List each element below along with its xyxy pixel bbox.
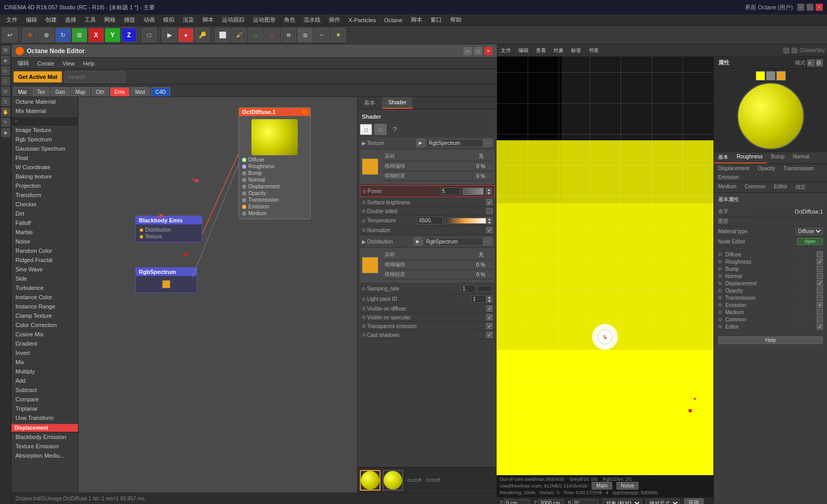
noise-btn[interactable]: Noise — [616, 482, 639, 490]
menu-script2[interactable]: 脚本 — [407, 15, 426, 25]
temperature-input[interactable] — [417, 217, 443, 224]
search-input[interactable] — [64, 71, 126, 83]
power-input[interactable] — [440, 187, 460, 195]
node-item-float[interactable]: Float — [11, 153, 78, 162]
ne-minimize-btn[interactable]: ─ — [464, 47, 472, 55]
lp-spin-down[interactable]: ▼ — [486, 299, 492, 303]
deform-btn[interactable]: ≋ — [281, 28, 296, 42]
node-item-add[interactable]: Add — [11, 376, 78, 385]
tab-oth[interactable]: Oth — [91, 87, 109, 96]
sidebar-icon-5[interactable]: ◎ — [1, 87, 10, 96]
shader-white-icon[interactable]: □ — [360, 124, 372, 135]
z-input[interactable] — [504, 499, 530, 505]
lp-spin-up[interactable]: ▲ — [486, 296, 492, 299]
apply-btn[interactable]: 应用 — [684, 498, 704, 504]
rp-mode-btn-1[interactable]: ≡ — [807, 59, 815, 67]
transparent-emission-checkbox[interactable]: ✓ — [486, 323, 492, 329]
temperature-slider[interactable] — [445, 218, 486, 224]
tab-med[interactable]: Med — [131, 87, 150, 96]
node-item-baking-texture[interactable]: Baking texture — [11, 172, 78, 181]
sidebar-icon-1[interactable]: ⊞ — [1, 45, 10, 55]
node-item-turbulence[interactable]: Turbulence — [11, 283, 78, 292]
nurbs-btn[interactable]: ◇ — [264, 28, 280, 42]
check-diffuse-box[interactable] — [817, 251, 823, 257]
menu-character[interactable]: 角色 — [280, 15, 299, 25]
texture-more-btn[interactable]: ··· — [483, 139, 492, 147]
mini-thumb-2[interactable] — [383, 470, 403, 491]
check-medium-box[interactable] — [817, 309, 823, 315]
node-item-subtract[interactable]: Subtract — [11, 385, 78, 395]
shader-tab-shader[interactable]: Shader — [382, 97, 413, 109]
sidebar-icon-9[interactable]: ◆ — [1, 128, 10, 137]
menu-xparticles[interactable]: X-Particles — [344, 16, 380, 24]
normalize-checkbox[interactable]: ✓ — [486, 227, 492, 233]
check-common-box[interactable] — [817, 316, 823, 322]
help-btn[interactable]: Help — [718, 336, 823, 344]
node-blackbody[interactable]: Blackbody Emis Distribution Texture — [135, 216, 202, 242]
swatch-yellow[interactable] — [756, 71, 765, 80]
shader-question-icon[interactable]: ? — [389, 124, 401, 135]
vp-menu-bookmarks[interactable]: 书签 — [586, 46, 601, 55]
temp-spin-down[interactable]: ▼ — [486, 221, 492, 224]
check-normal-box[interactable] — [817, 273, 823, 279]
sidebar-icon-7[interactable]: 🖐 — [1, 107, 10, 117]
b-input[interactable] — [572, 499, 598, 505]
rp-tab-basic[interactable]: 基本 — [714, 152, 733, 164]
menu-file[interactable]: 文件 — [2, 15, 22, 25]
move-btn[interactable]: ✛ — [22, 28, 38, 42]
menu-create[interactable]: 创建 — [41, 15, 61, 25]
curve-btn[interactable]: ~ — [314, 28, 329, 42]
select-btn[interactable]: ⊕ — [39, 28, 54, 42]
node-editor-btn[interactable]: Open — [797, 238, 823, 245]
check-roughness-box[interactable]: ✓ — [817, 258, 823, 265]
menu-capture[interactable]: 捕捉 — [120, 15, 139, 25]
menu-help[interactable]: 帮助 — [446, 15, 466, 25]
node-item-absorption-medium[interactable]: Absorption Mediu... — [11, 451, 78, 460]
key-btn[interactable]: 🔑 — [195, 28, 210, 42]
node-oct-diffuse[interactable]: OctDiffuse.1 Diffuse Roughness Bump Norm… — [238, 107, 311, 219]
maximize-btn[interactable]: □ — [806, 4, 814, 11]
node-item-color-correction[interactable]: Color Correction — [11, 320, 78, 330]
rp-tab-normal[interactable]: Normal — [789, 152, 814, 164]
node-item-gradient[interactable]: Gradient — [11, 339, 78, 348]
sidebar-icon-2[interactable]: ◈ — [1, 56, 10, 65]
power-spin-up[interactable]: ▲ — [486, 188, 492, 191]
menu-octane[interactable]: Octane — [380, 16, 406, 24]
menu-script[interactable]: 脚本 — [198, 15, 218, 25]
node-item-random-color[interactable]: Random Color — [11, 246, 78, 255]
vp-btn-1[interactable] — [783, 47, 789, 54]
rp-mode-btn-2[interactable]: ⚙ — [816, 59, 823, 67]
tab-tex[interactable]: Tex — [33, 87, 50, 96]
rotate-btn[interactable]: ↻ — [55, 28, 71, 42]
distribution-connect-btn[interactable]: ▶ — [414, 237, 423, 246]
node-item-triplanar[interactable]: Triplanar — [11, 404, 78, 413]
node-item-gaussian-spectrum[interactable]: Gaussian Spectrum — [11, 144, 78, 153]
menu-mesh[interactable]: 网格 — [100, 15, 120, 25]
rp-tab-medium[interactable]: Medium — [714, 182, 741, 192]
size-dropdown[interactable]: 绝对尺寸 — [646, 499, 680, 505]
temp-spin-up[interactable]: ▲ — [486, 217, 492, 221]
paint-btn[interactable]: 🖌 — [231, 28, 247, 42]
node-item-sine-wave[interactable]: Sine Wave — [11, 265, 78, 274]
coord-dropdown[interactable]: 对象 (框对) — [602, 499, 642, 505]
sidebar-icon-8[interactable]: ✎ — [1, 118, 10, 127]
node-item-invert[interactable]: Invert — [11, 348, 78, 357]
node-item-transform[interactable]: Transform — [11, 190, 78, 200]
rp-tab-roughness[interactable]: Roughness — [733, 152, 767, 164]
node-item-projection[interactable]: Projection — [11, 181, 78, 190]
menu-edit[interactable]: 编辑 — [22, 15, 41, 25]
node-item-mix[interactable]: Mix — [11, 357, 78, 367]
node-item-multiply[interactable]: Multiply — [11, 367, 78, 376]
box-btn[interactable]: □ — [141, 28, 157, 42]
node-item-dirt[interactable]: Dirt — [11, 209, 78, 218]
visible-diffuse-checkbox[interactable]: ✓ — [486, 305, 492, 312]
node-item-cosine-mix[interactable]: Cosine Mix — [11, 330, 78, 339]
texture-connect-btn[interactable]: ▶ — [416, 139, 425, 147]
mini-thumb-1[interactable] — [360, 470, 380, 491]
check-editor-box[interactable]: ✓ — [817, 323, 823, 330]
check-emission-box[interactable]: ✓ — [817, 302, 823, 308]
menu-plugins[interactable]: 插件 — [325, 15, 344, 25]
power-spin-down[interactable]: ▼ — [486, 191, 492, 195]
distribution-more-btn[interactable]: ··· — [483, 237, 492, 246]
sampling-rate-input[interactable] — [460, 285, 476, 292]
